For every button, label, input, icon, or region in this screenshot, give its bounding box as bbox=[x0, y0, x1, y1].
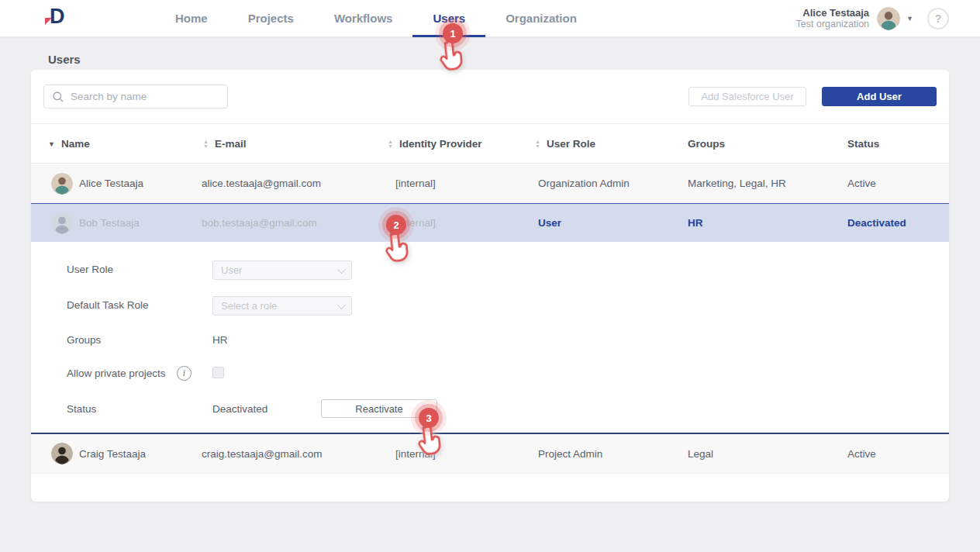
groups-value: HR bbox=[212, 334, 228, 346]
user-role-value: User bbox=[221, 264, 242, 276]
cell-email: craig.testaaja@gmail.com bbox=[202, 434, 323, 473]
avatar bbox=[51, 173, 73, 195]
column-label: Status bbox=[847, 138, 879, 150]
status-label: Status bbox=[67, 403, 96, 415]
table-row-craig[interactable]: Craig Testaaja craig.testaaja@gmail.com … bbox=[31, 434, 949, 474]
cell-name: Bob Testaaja bbox=[79, 204, 140, 242]
allow-private-projects-checkbox[interactable] bbox=[212, 367, 224, 378]
app-logo[interactable]: D bbox=[45, 7, 68, 30]
column-label: Groups bbox=[688, 138, 725, 150]
cell-identity-provider: [internal] bbox=[395, 164, 436, 203]
tab-workflows[interactable]: Workflows bbox=[314, 0, 413, 37]
cell-status: Active bbox=[847, 164, 876, 203]
tab-projects[interactable]: Projects bbox=[228, 0, 314, 37]
cell-user-role: User bbox=[538, 204, 561, 242]
help-button[interactable]: ? bbox=[927, 8, 949, 29]
sort-both-icon: ▲▼ bbox=[535, 140, 540, 149]
cell-groups: Legal bbox=[688, 434, 713, 473]
search-icon bbox=[52, 91, 64, 103]
column-header-identity-provider[interactable]: ▲▼ Identity Provider bbox=[388, 124, 481, 164]
column-label: Name bbox=[61, 138, 90, 150]
page-title: Users bbox=[48, 53, 81, 66]
chevron-down-icon bbox=[337, 264, 346, 273]
default-task-role-placeholder: Select a role bbox=[221, 300, 277, 312]
column-header-name[interactable]: ▼ Name bbox=[48, 124, 90, 164]
sort-both-icon: ▲▼ bbox=[203, 140, 209, 149]
users-toolbar: Add Salesforce User Add User bbox=[31, 70, 949, 124]
column-label: User Role bbox=[547, 138, 595, 150]
main-nav: Home Projects Workflows Users Organizati… bbox=[155, 0, 597, 37]
search-box bbox=[43, 85, 228, 109]
annotation-step-3: 3 bbox=[419, 408, 439, 428]
column-header-email[interactable]: ▲▼ E-mail bbox=[203, 124, 246, 164]
table-header: ▼ Name ▲▼ E-mail ▲▼ Identity Provider ▲▼… bbox=[31, 124, 949, 164]
cell-user-role: Project Admin bbox=[538, 434, 602, 473]
users-card: Add Salesforce User Add User ▼ Name ▲▼ E… bbox=[31, 70, 949, 502]
cell-email: alice.testaaja@gmail.com bbox=[202, 164, 321, 203]
column-header-groups: Groups bbox=[688, 124, 725, 164]
avatar bbox=[51, 212, 73, 234]
column-header-user-role[interactable]: ▲▼ User Role bbox=[535, 124, 595, 164]
user-detail-panel: User Role User Default Task Role Select … bbox=[31, 242, 949, 434]
current-user-avatar[interactable] bbox=[877, 7, 900, 30]
default-task-role-label: Default Task Role bbox=[67, 299, 149, 311]
column-label: E-mail bbox=[215, 138, 247, 150]
groups-label: Groups bbox=[67, 334, 101, 346]
cell-status: Deactivated bbox=[847, 204, 906, 242]
user-role-label: User Role bbox=[67, 264, 113, 275]
current-user-info: Alice Testaaja Test organization bbox=[796, 7, 870, 30]
avatar bbox=[51, 443, 73, 464]
column-header-status: Status bbox=[847, 124, 879, 164]
tab-home[interactable]: Home bbox=[155, 0, 228, 37]
annotation-step-2: 2 bbox=[386, 215, 406, 235]
sort-both-icon: ▲▼ bbox=[388, 140, 393, 149]
add-user-button[interactable]: Add User bbox=[822, 87, 937, 106]
cell-groups: HR bbox=[688, 204, 703, 242]
cell-email: bob.testaaja@gmail.com bbox=[202, 204, 317, 242]
cell-name: Alice Testaaja bbox=[79, 164, 143, 203]
current-user-name: Alice Testaaja bbox=[796, 7, 870, 19]
logo-letter: D bbox=[50, 5, 65, 29]
cell-groups: Marketing, Legal, HR bbox=[688, 164, 786, 203]
table-row-bob[interactable]: Bob Testaaja bob.testaaja@gmail.com [int… bbox=[31, 203, 949, 242]
default-task-role-dropdown[interactable]: Select a role bbox=[212, 296, 352, 316]
chevron-down-icon bbox=[337, 300, 346, 309]
user-role-dropdown[interactable]: User bbox=[212, 260, 352, 280]
table-row-alice[interactable]: Alice Testaaja alice.testaaja@gmail.com … bbox=[31, 164, 949, 203]
top-nav: D Home Projects Workflows Users Organiza… bbox=[0, 0, 980, 37]
annotation-step-1: 1 bbox=[443, 23, 463, 43]
allow-private-projects-label: Allow private projects bbox=[67, 367, 166, 379]
sort-desc-icon: ▼ bbox=[48, 140, 55, 148]
column-label: Identity Provider bbox=[399, 138, 482, 150]
tab-organization[interactable]: Organization bbox=[485, 0, 597, 37]
user-menu-caret-icon[interactable]: ▼ bbox=[906, 15, 913, 22]
cell-name: Craig Testaaja bbox=[79, 434, 146, 473]
nav-right: Alice Testaaja Test organization ▼ ? bbox=[796, 7, 949, 30]
add-salesforce-user-button[interactable]: Add Salesforce User bbox=[688, 87, 806, 106]
info-icon[interactable]: i bbox=[177, 366, 192, 381]
cell-user-role: Organization Admin bbox=[538, 164, 630, 203]
status-value: Deactivated bbox=[212, 403, 267, 415]
cell-status: Active bbox=[847, 434, 876, 473]
search-input[interactable] bbox=[71, 91, 227, 102]
current-user-org: Test organization bbox=[796, 19, 870, 30]
